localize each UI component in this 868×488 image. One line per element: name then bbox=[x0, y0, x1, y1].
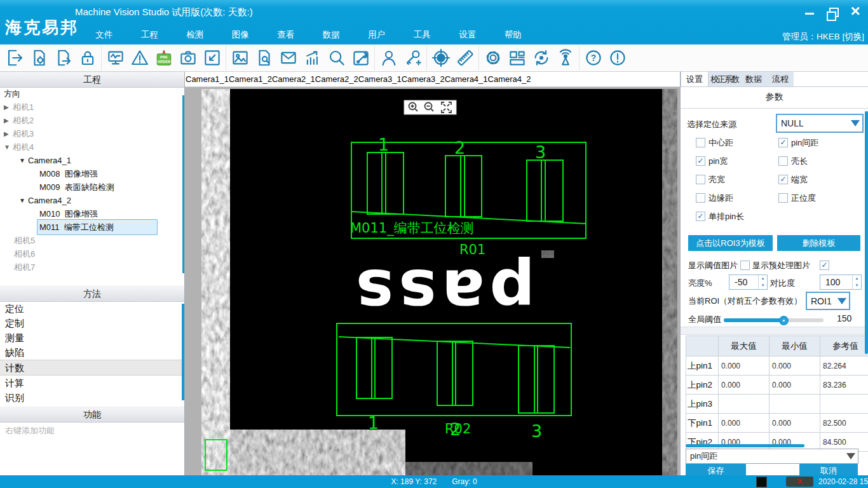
set-template-button[interactable]: 点击以ROI3为模板 bbox=[688, 235, 773, 251]
preproc-image-checkbox[interactable]: ✓ bbox=[820, 261, 829, 270]
tree-item-M008[interactable]: M008 图像增强 bbox=[0, 167, 184, 180]
camera-icon[interactable] bbox=[177, 47, 198, 69]
chevron-expanded-icon[interactable]: ▼ bbox=[4, 140, 13, 154]
project-tree-scrollbar[interactable] bbox=[182, 95, 184, 273]
switch-user-link[interactable]: [切换] bbox=[842, 32, 864, 41]
camera-tab-Camera4_1[interactable]: Camera4_1 bbox=[445, 74, 488, 84]
value-cell[interactable]: 0.000 bbox=[719, 356, 770, 376]
minimize-icon[interactable] bbox=[802, 3, 817, 18]
camera-tab-Camera1_2[interactable]: Camera1_2 bbox=[229, 74, 272, 84]
camera-tab-Camera4_2[interactable]: Camera4_2 bbox=[488, 74, 531, 84]
restore-icon[interactable] bbox=[825, 3, 840, 18]
method-item-测量[interactable]: 测量 bbox=[0, 330, 184, 345]
method-item-定制[interactable]: 定制 bbox=[0, 316, 184, 330]
delete-template-button[interactable]: 删除模板 bbox=[777, 235, 860, 251]
table-hscrollbar[interactable] bbox=[686, 444, 804, 447]
method-list-scrollbar[interactable] bbox=[182, 304, 184, 400]
monitor-pulse-icon[interactable] bbox=[105, 47, 126, 69]
menu-图像[interactable]: 图像 bbox=[218, 29, 264, 41]
tree-item-相机4[interactable]: ▼相机4 bbox=[0, 140, 184, 154]
menu-工程[interactable]: 工程 bbox=[127, 29, 173, 41]
value-cell[interactable]: 82.264 bbox=[820, 356, 868, 376]
param-checkbox-边缘距[interactable] bbox=[696, 193, 705, 203]
value-cell[interactable]: 0.000 bbox=[770, 414, 820, 433]
brightness-input[interactable]: -50 ▲▼ bbox=[729, 274, 768, 290]
tree-item-相机2[interactable]: ▶相机2 bbox=[0, 114, 184, 127]
menu-文件[interactable]: 文件 bbox=[81, 29, 127, 41]
mail-icon[interactable] bbox=[278, 47, 299, 69]
image-icon[interactable] bbox=[229, 47, 250, 69]
tree-item-相机5[interactable]: 相机5 bbox=[0, 234, 184, 247]
table-row[interactable]: 上pin10.0000.00082.264 bbox=[686, 356, 868, 376]
user-icon[interactable] bbox=[378, 47, 399, 69]
value-cell[interactable] bbox=[820, 395, 868, 414]
camera-tab-Camera3_2[interactable]: Camera3_2 bbox=[402, 74, 445, 84]
menu-查看[interactable]: 查看 bbox=[263, 29, 309, 41]
camera-tab-Camera3_1[interactable]: Camera3_1 bbox=[358, 74, 402, 84]
value-cell[interactable]: 0.000 bbox=[719, 376, 770, 395]
menu-工具[interactable]: 工具 bbox=[400, 29, 445, 41]
tree-item-M010[interactable]: M010 图像增强 bbox=[0, 207, 184, 220]
param-checkbox-端宽[interactable]: ✓ bbox=[778, 175, 788, 184]
current-user-label[interactable]: 管理员：HKEB [切换] bbox=[782, 31, 864, 43]
param-checkbox-壳宽[interactable] bbox=[696, 175, 705, 184]
panel-vscrollbar[interactable] bbox=[865, 111, 868, 354]
table-row[interactable]: 上pin20.0000.00083.236 bbox=[686, 376, 868, 395]
menu-检测[interactable]: 检测 bbox=[172, 29, 218, 41]
value-cell[interactable]: 0.000 bbox=[719, 414, 770, 433]
param-checkbox-pin间距[interactable]: ✓ bbox=[778, 138, 788, 147]
camera-tab-Camera2_1[interactable]: Camera2_1 bbox=[272, 74, 315, 84]
value-cell[interactable]: 0.000 bbox=[770, 376, 820, 395]
settings-tab-设置[interactable]: 设置 bbox=[681, 72, 709, 86]
table-row[interactable]: 下pin10.0000.00082.500 bbox=[686, 414, 868, 433]
camera-tab-Camera1_1[interactable]: Camera1_1 bbox=[186, 74, 229, 84]
doc-search-icon[interactable] bbox=[254, 47, 275, 69]
preorder-badge-icon[interactable]: PREORDER bbox=[153, 47, 174, 69]
doc-export-icon[interactable] bbox=[53, 47, 74, 69]
settings-tab-流程[interactable]: 流程 bbox=[767, 72, 794, 86]
current-roi-dropdown[interactable]: ROI1 bbox=[806, 292, 850, 310]
tree-item-Camera4_1[interactable]: ▼Camera4_1 bbox=[0, 154, 184, 167]
stats-up-icon[interactable] bbox=[302, 47, 323, 69]
layout-icon[interactable] bbox=[506, 47, 527, 69]
chevron-collapsed-icon[interactable]: ▶ bbox=[4, 127, 13, 140]
tree-item-相机7[interactable]: 相机7 bbox=[0, 261, 184, 274]
broadcast-icon[interactable] bbox=[555, 47, 576, 69]
param-checkbox-中心距[interactable] bbox=[696, 138, 705, 147]
value-cell[interactable]: 82.500 bbox=[820, 414, 868, 433]
method-item-识别[interactable]: 识别 bbox=[0, 390, 184, 405]
settings-tab-校正系数[interactable]: 校正系数 bbox=[709, 72, 740, 86]
method-item-计数[interactable]: 计数 bbox=[0, 360, 184, 376]
method-item-定位[interactable]: 定位 bbox=[0, 301, 184, 316]
search-icon[interactable] bbox=[326, 47, 347, 69]
lock-icon[interactable] bbox=[77, 47, 98, 69]
param-checkbox-壳长[interactable] bbox=[778, 156, 788, 166]
source-dropdown[interactable]: NULL bbox=[776, 114, 864, 133]
tree-item-Camera4_2[interactable]: ▼Camera4_2 bbox=[0, 194, 184, 207]
camera-tab-Camera2_2[interactable]: Camera2_2 bbox=[315, 74, 358, 84]
chevron-expanded-icon[interactable]: ▼ bbox=[19, 154, 28, 167]
method-item-缺陷[interactable]: 缺陷 bbox=[0, 345, 184, 360]
value-cell[interactable] bbox=[719, 395, 770, 414]
spinner-arrows-icon[interactable]: ▲▼ bbox=[852, 275, 861, 289]
param-checkbox-单排pin长[interactable]: ✓ bbox=[696, 212, 705, 221]
crosshair-icon[interactable] bbox=[430, 47, 451, 69]
chevron-collapsed-icon[interactable]: ▶ bbox=[4, 114, 13, 127]
value-cell[interactable] bbox=[770, 395, 820, 414]
param-select-dropdown[interactable]: pin间距 bbox=[686, 449, 858, 464]
slider-thumb[interactable] bbox=[779, 316, 789, 325]
contrast-input[interactable]: 100 ▲▼ bbox=[820, 274, 862, 290]
menu-用户[interactable]: 用户 bbox=[354, 29, 400, 41]
spinner-arrows-icon[interactable]: ▲▼ bbox=[758, 275, 767, 289]
method-item-计算[interactable]: 计算 bbox=[0, 376, 184, 390]
viewer-canvas[interactable]: pass bbox=[185, 87, 680, 475]
menu-帮助[interactable]: 帮助 bbox=[491, 29, 536, 41]
menu-数据[interactable]: 数据 bbox=[309, 29, 355, 41]
doc-settings-icon[interactable] bbox=[29, 47, 50, 69]
chevron-expanded-icon[interactable]: ▼ bbox=[19, 194, 28, 207]
tree-item-M011[interactable]: M011 编带工位检测 bbox=[0, 220, 184, 234]
menu-设置[interactable]: 设置 bbox=[445, 29, 491, 41]
help-icon[interactable]: ? bbox=[583, 47, 604, 69]
tree-item-相机6[interactable]: 相机6 bbox=[0, 247, 184, 261]
toolbox-icon[interactable] bbox=[350, 47, 371, 69]
